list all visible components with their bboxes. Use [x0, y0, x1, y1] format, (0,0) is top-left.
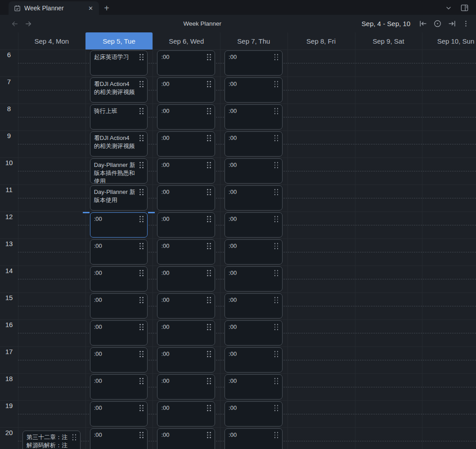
drag-handle-icon[interactable] [139, 324, 144, 330]
drag-handle-icon[interactable] [207, 216, 211, 222]
drag-handle-icon[interactable] [274, 432, 278, 438]
drag-handle-icon[interactable] [207, 270, 211, 276]
drag-handle-icon[interactable] [274, 297, 278, 303]
drag-handle-icon[interactable] [207, 162, 211, 168]
forward-arrow-icon[interactable] [24, 20, 32, 28]
day-header-sep-6-wed[interactable]: Sep 6, Wed [153, 32, 220, 49]
drag-handle-icon[interactable] [139, 189, 144, 195]
day-header-sep-4-mon[interactable]: Sep 4, Mon [18, 32, 85, 49]
skip-to-start-icon[interactable] [419, 19, 427, 28]
drag-handle-icon[interactable] [207, 324, 211, 330]
drag-handle-icon[interactable] [139, 297, 144, 303]
drag-handle-icon[interactable] [274, 108, 278, 114]
task-card[interactable]: 起床英语学习 [90, 50, 148, 76]
new-tab-button[interactable]: + [99, 1, 114, 15]
drag-handle-icon[interactable] [207, 243, 211, 249]
drag-handle-icon[interactable] [207, 378, 211, 384]
drag-handle-icon[interactable] [207, 108, 211, 114]
drag-handle-icon[interactable] [139, 351, 144, 357]
day-header-sep-7-thu[interactable]: Sep 7, Thu [220, 32, 287, 49]
drag-handle-icon[interactable] [139, 108, 144, 114]
drag-handle-icon[interactable] [72, 434, 76, 440]
time-slot[interactable]: :00 [225, 320, 283, 346]
drag-handle-icon[interactable] [274, 189, 278, 195]
time-slot[interactable]: :00 [225, 374, 283, 400]
time-slot[interactable]: :00 [225, 158, 283, 184]
time-slot[interactable]: :00 [157, 401, 215, 427]
back-arrow-icon[interactable] [11, 20, 19, 28]
tab-week-planner[interactable]: Week Planner ✕ [9, 1, 99, 15]
drag-handle-icon[interactable] [274, 135, 278, 141]
time-slot[interactable]: :00 [157, 293, 215, 319]
time-slot[interactable]: :00 [225, 50, 283, 76]
time-slot[interactable]: :00 [225, 185, 283, 211]
time-slot[interactable]: :00 [157, 266, 215, 292]
drag-handle-icon[interactable] [274, 270, 278, 276]
time-slot[interactable]: :00 [90, 239, 148, 265]
time-slot[interactable]: :00 [157, 212, 215, 238]
task-card[interactable]: Day-Pllanner 新版本插件熟悉和使用 [90, 158, 148, 184]
panel-right-icon[interactable] [460, 4, 469, 12]
skip-to-end-icon[interactable] [448, 19, 456, 28]
time-slot[interactable]: :00 [225, 212, 283, 238]
drag-handle-icon[interactable] [207, 351, 211, 357]
drag-handle-icon[interactable] [139, 216, 144, 222]
today-icon[interactable] [433, 19, 442, 28]
time-slot[interactable]: :00 [225, 239, 283, 265]
drag-handle-icon[interactable] [207, 189, 211, 195]
time-slot[interactable]: :00 [90, 293, 148, 319]
time-slot[interactable]: :00 [225, 293, 283, 319]
time-slot[interactable]: :00 [157, 50, 215, 76]
time-slot[interactable]: :00 [157, 158, 215, 184]
drag-handle-icon[interactable] [274, 351, 278, 357]
day-header-sep-8-fri[interactable]: Sep 8, Fri [287, 32, 355, 49]
tab-close-icon[interactable]: ✕ [86, 4, 95, 13]
time-slot[interactable]: :00 [157, 320, 215, 346]
time-slot[interactable]: :00 [157, 428, 215, 449]
drag-handle-icon[interactable] [139, 270, 144, 276]
time-slot[interactable]: :00 [225, 104, 283, 130]
time-slot[interactable]: :00 [90, 266, 148, 292]
task-card[interactable]: 看DJI Action4 的相关测评视频 [90, 77, 148, 103]
drag-handle-icon[interactable] [139, 162, 144, 168]
time-slot[interactable]: :00 [225, 131, 283, 157]
drag-handle-icon[interactable] [207, 405, 211, 411]
day-header-sep-9-sat[interactable]: Sep 9, Sat [355, 32, 422, 49]
time-slot[interactable]: :00 [90, 320, 148, 346]
time-slot[interactable]: :00 [157, 77, 215, 103]
drag-handle-icon[interactable] [274, 405, 278, 411]
drag-handle-icon[interactable] [139, 432, 144, 438]
time-slot[interactable]: :00 [225, 77, 283, 103]
time-slot[interactable]: :00 [225, 401, 283, 427]
drag-handle-icon[interactable] [139, 405, 144, 411]
time-slot[interactable]: :00 [90, 347, 148, 373]
drag-handle-icon[interactable] [207, 54, 211, 60]
drag-handle-icon[interactable] [139, 81, 144, 87]
time-slot[interactable]: :00 [157, 104, 215, 130]
drag-handle-icon[interactable] [274, 81, 278, 87]
time-slot[interactable]: :00 [157, 185, 215, 211]
task-card[interactable]: Day-Pllanner 新版本使用 [90, 185, 148, 211]
drag-handle-icon[interactable] [274, 243, 278, 249]
drag-handle-icon[interactable] [139, 378, 144, 384]
task-card[interactable]: 第三十二章：注解源码解析：注解 [22, 431, 81, 449]
chevron-down-icon[interactable] [445, 4, 452, 12]
time-slot[interactable]: :00 [225, 428, 283, 449]
time-slot[interactable]: :00 [90, 428, 148, 449]
more-options-icon[interactable] [462, 20, 470, 27]
time-slot[interactable]: :00 [157, 239, 215, 265]
drag-handle-icon[interactable] [207, 81, 211, 87]
day-header-sep-10-sun[interactable]: Sep 10, Sun [422, 32, 476, 49]
time-slot[interactable]: :00 [225, 266, 283, 292]
drag-handle-icon[interactable] [139, 135, 144, 141]
time-slot[interactable]: :00 [90, 212, 148, 238]
drag-handle-icon[interactable] [139, 243, 144, 249]
time-slot[interactable]: :00 [157, 131, 215, 157]
time-slot[interactable]: :00 [157, 347, 215, 373]
drag-handle-icon[interactable] [207, 432, 211, 438]
day-header-sep-5-tue[interactable]: Sep 5, Tue [85, 32, 153, 49]
drag-handle-icon[interactable] [274, 216, 278, 222]
drag-handle-icon[interactable] [207, 135, 211, 141]
drag-handle-icon[interactable] [274, 378, 278, 384]
task-card[interactable]: 骑行上班 [90, 104, 148, 130]
